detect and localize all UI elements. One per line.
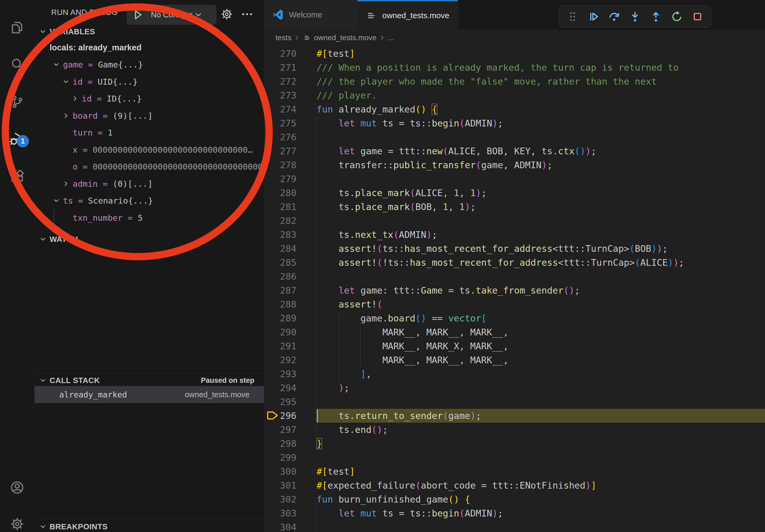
- line-number[interactable]: 291: [264, 339, 297, 353]
- debug-continue-button[interactable]: [586, 9, 601, 24]
- line-number[interactable]: 293: [264, 367, 297, 381]
- code-line-277[interactable]: 277 let game = ttt::new(ALICE, BOB, KEY,…: [264, 144, 765, 158]
- code-line-292[interactable]: 292 MARK__, MARK__, MARK__,: [264, 353, 765, 367]
- activity-item-accounts[interactable]: [0, 472, 34, 503]
- code-line-274[interactable]: 274fun already_marked() {: [264, 102, 765, 116]
- line-number[interactable]: 298: [264, 437, 297, 450]
- variable-row-turn[interactable]: turn = 1: [35, 124, 264, 141]
- line-number[interactable]: 277: [264, 144, 297, 158]
- code-line-296[interactable]: 296 ts.return_to_sender(game);: [264, 409, 765, 423]
- variable-row-board[interactable]: board = (9)[...]: [35, 107, 264, 124]
- variable-row-txn_number[interactable]: txn_number = 5: [35, 209, 264, 226]
- chevron-down-icon[interactable]: [52, 60, 61, 69]
- activity-item-explorer[interactable]: [0, 12, 34, 43]
- line-number[interactable]: 279: [264, 172, 297, 186]
- variable-row-id[interactable]: id = ID{...}: [35, 90, 264, 108]
- variables-scope-row[interactable]: locals: already_marked: [35, 39, 264, 56]
- code-line-279[interactable]: 279: [264, 172, 765, 186]
- breadcrumb-item[interactable]: ...: [388, 34, 394, 42]
- line-number[interactable]: 296: [264, 409, 297, 423]
- activity-item-extensions[interactable]: [0, 160, 34, 191]
- line-number[interactable]: 288: [264, 297, 297, 311]
- code-line-293[interactable]: 293 ],: [264, 367, 765, 381]
- code-line-298[interactable]: 298}: [264, 437, 765, 450]
- debug-step-into-button[interactable]: [627, 9, 642, 24]
- variable-row-admin[interactable]: admin = (0)[...]: [35, 175, 264, 192]
- code-line-288[interactable]: 288 assert!(: [264, 297, 765, 311]
- chevron-right-icon[interactable]: [61, 179, 71, 188]
- variable-row-o[interactable]: o = 0000000000000000000000000000000000.: [35, 158, 264, 175]
- line-number[interactable]: 304: [264, 520, 297, 532]
- watch-header[interactable]: WATCH: [35, 232, 264, 246]
- code-line-283[interactable]: 283 ts.next_tx(ADMIN);: [264, 228, 765, 242]
- more-actions-icon[interactable]: [241, 8, 254, 21]
- line-number[interactable]: 294: [264, 381, 297, 395]
- code-line-286[interactable]: 286: [264, 269, 765, 283]
- chevron-right-icon[interactable]: [61, 111, 71, 120]
- call-stack-frame[interactable]: already_markedowned_tests.move: [35, 386, 264, 403]
- breakpoints-header[interactable]: BREAKPOINTS: [35, 520, 264, 532]
- tab-welcome[interactable]: Welcome: [264, 0, 358, 30]
- line-number[interactable]: 287: [264, 283, 297, 297]
- line-number[interactable]: 292: [264, 353, 297, 367]
- line-number[interactable]: 284: [264, 242, 297, 256]
- variable-row-ts[interactable]: ts = Scenario{...}: [35, 192, 264, 209]
- code-editor[interactable]: 270#[test]271/// When a position is alre…: [264, 47, 765, 532]
- code-line-285[interactable]: 285 assert!(!ts::has_most_recent_for_add…: [264, 256, 765, 269]
- code-line-284[interactable]: 284 assert!(ts::has_most_recent_for_addr…: [264, 242, 765, 256]
- debug-step-over-button[interactable]: [607, 9, 622, 24]
- chevron-down-icon[interactable]: [61, 77, 71, 86]
- line-number[interactable]: 301: [264, 478, 297, 492]
- code-line-280[interactable]: 280 ts.place_mark(ALICE, 1, 1);: [264, 186, 765, 200]
- line-number[interactable]: 289: [264, 311, 297, 325]
- tab-owned-tests-move[interactable]: owned_tests.move: [358, 0, 458, 30]
- code-line-281[interactable]: 281 ts.place_mark(BOB, 1, 1);: [264, 200, 765, 214]
- line-number[interactable]: 295: [264, 395, 297, 409]
- activity-item-settings[interactable]: [0, 508, 34, 532]
- line-number[interactable]: 274: [264, 102, 297, 116]
- line-number[interactable]: 300: [264, 464, 297, 478]
- activity-item-source-control[interactable]: [0, 86, 34, 117]
- variable-row-x[interactable]: x = 0000000000000000000000000000000…: [35, 141, 264, 158]
- code-line-290[interactable]: 290 MARK__, MARK__, MARK__,: [264, 325, 765, 339]
- code-line-272[interactable]: 272/// the player who made the "false" m…: [264, 75, 765, 89]
- line-number[interactable]: 286: [264, 269, 297, 283]
- line-number[interactable]: 297: [264, 423, 297, 437]
- code-line-299[interactable]: 299: [264, 450, 765, 464]
- breadcrumb-item[interactable]: owned_tests.move: [303, 33, 376, 42]
- code-line-275[interactable]: 275 let mut ts = ts::begin(ADMIN);: [264, 116, 765, 130]
- code-line-294[interactable]: 294 );: [264, 381, 765, 395]
- code-line-304[interactable]: 304: [264, 520, 765, 532]
- code-line-297[interactable]: 297 ts.end();: [264, 423, 765, 437]
- code-line-282[interactable]: 282: [264, 214, 765, 228]
- line-number[interactable]: 285: [264, 256, 297, 269]
- line-number[interactable]: 275: [264, 116, 297, 130]
- start-debug-icon[interactable]: [130, 8, 144, 22]
- chevron-down-icon[interactable]: [52, 196, 61, 205]
- code-line-278[interactable]: 278 transfer::public_transfer(game, ADMI…: [264, 158, 765, 172]
- code-line-271[interactable]: 271/// When a position is already marked…: [264, 61, 765, 75]
- code-line-295[interactable]: 295: [264, 395, 765, 409]
- chevron-right-icon[interactable]: [71, 94, 80, 103]
- code-line-302[interactable]: 302fun burn_unfinished_game() {: [264, 492, 765, 506]
- debug-step-out-button[interactable]: [648, 9, 663, 24]
- line-number[interactable]: 270: [264, 47, 297, 61]
- line-number[interactable]: 281: [264, 200, 297, 214]
- line-number[interactable]: 273: [264, 89, 297, 102]
- debug-restart-button[interactable]: [669, 9, 684, 24]
- code-line-300[interactable]: 300#[test]: [264, 464, 765, 478]
- call-stack-header[interactable]: CALL STACK Paused on step: [35, 374, 264, 387]
- code-line-289[interactable]: 289 game.board() == vector[: [264, 311, 765, 325]
- code-line-276[interactable]: 276: [264, 130, 765, 144]
- line-number[interactable]: 276: [264, 130, 297, 144]
- line-number[interactable]: 280: [264, 186, 297, 200]
- gear-icon[interactable]: [220, 8, 234, 21]
- code-line-273[interactable]: 273/// player.: [264, 89, 765, 102]
- activity-item-run-and-debug[interactable]: 1: [0, 123, 34, 154]
- line-number[interactable]: 290: [264, 325, 297, 339]
- line-number[interactable]: 282: [264, 214, 297, 228]
- variable-row-id[interactable]: id = UID{...}: [35, 73, 264, 90]
- line-number[interactable]: 283: [264, 228, 297, 242]
- breadcrumb-item[interactable]: tests: [276, 34, 291, 42]
- debug-stop-button[interactable]: [690, 9, 705, 24]
